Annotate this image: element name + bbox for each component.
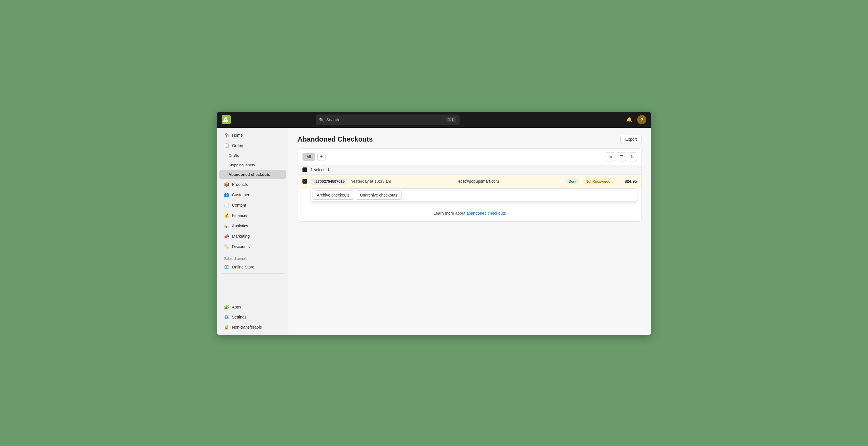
- checkout-id-link[interactable]: #27002754597015: [311, 178, 347, 185]
- sidebar-item-home[interactable]: 🏠 Home: [219, 130, 286, 140]
- search-shortcut: ⌘ K: [446, 117, 456, 122]
- topbar: 🔍 Search ⌘ K 🔔 P: [217, 112, 651, 128]
- table-card: All + ⊞ ☰ ⇅ 1 selected #2700275459: [298, 149, 642, 222]
- sidebar-item-shipping-labels[interactable]: Shipping labels: [219, 161, 286, 169]
- sidebar-item-label: Home: [232, 133, 243, 137]
- selected-count: 1 selected: [311, 167, 329, 172]
- context-menu: Archive checkouts Unarchive checkouts: [311, 188, 637, 202]
- sidebar-item-abandoned-checkouts[interactable]: Abandoned checkouts: [219, 170, 286, 179]
- online-store-icon: 🌐: [224, 264, 229, 269]
- learn-more-text: Learn more about: [433, 211, 466, 216]
- tab-all[interactable]: All: [303, 153, 315, 161]
- selected-banner: 1 selected: [298, 165, 642, 174]
- learn-more-section: Learn more about abandoned checkouts: [298, 205, 642, 221]
- sidebar-item-settings[interactable]: ⚙️ Settings: [219, 312, 286, 322]
- sales-channels-label: Sales channels: [217, 254, 288, 262]
- table-toolbar: All + ⊞ ☰ ⇅: [298, 149, 642, 165]
- lock-icon: 🔒: [224, 325, 229, 330]
- sidebar-item-marketing[interactable]: 📣 Marketing: [219, 231, 286, 241]
- sidebar-item-label: Products: [232, 182, 248, 187]
- apps-icon: 🧩: [224, 305, 229, 310]
- filter-button[interactable]: ☰: [617, 152, 626, 161]
- sidebar-item-products[interactable]: 📦 Products: [219, 180, 286, 189]
- sidebar-item-label: Analytics: [232, 224, 248, 228]
- sidebar-divider-2: [222, 273, 283, 274]
- sidebar-item-label: Drafts: [228, 153, 239, 158]
- row-email: ece@popupsmart.com: [459, 179, 562, 184]
- discounts-icon: 🏷️: [224, 244, 229, 249]
- page-header: Abandoned Checkouts Export: [298, 135, 642, 144]
- status-sent-badge: Sent: [566, 179, 579, 185]
- abandoned-checkouts-link[interactable]: abandoned checkouts: [467, 211, 506, 216]
- sidebar-item-label: Discounts: [232, 244, 250, 249]
- shopify-logo: [222, 115, 231, 124]
- sidebar-item-apps[interactable]: 🧩 Apps: [219, 302, 286, 312]
- sidebar-item-customers[interactable]: 👥 Customers: [219, 190, 286, 200]
- main-layout: 🏠 Home 📋 Orders Drafts Shipping labels A…: [217, 128, 651, 334]
- row-checkbox[interactable]: [303, 179, 307, 184]
- sidebar-item-label: Online Store: [232, 265, 254, 269]
- page-title: Abandoned Checkouts: [298, 135, 373, 143]
- analytics-icon: 📊: [224, 223, 229, 228]
- customers-icon: 👥: [224, 192, 229, 197]
- sidebar-item-orders[interactable]: 📋 Orders: [219, 141, 286, 151]
- products-icon: 📦: [224, 182, 229, 187]
- notification-bell-button[interactable]: 🔔: [624, 115, 634, 124]
- export-button[interactable]: Export: [620, 135, 642, 144]
- home-icon: 🏠: [224, 133, 229, 138]
- row-date: Yesterday at 10:33 am: [351, 179, 455, 184]
- sidebar: 🏠 Home 📋 Orders Drafts Shipping labels A…: [217, 128, 288, 334]
- grid-view-button[interactable]: ⊞: [606, 152, 615, 161]
- sidebar-item-analytics[interactable]: 📊 Analytics: [219, 221, 286, 231]
- sidebar-item-label: Apps: [232, 305, 241, 309]
- content-area: Abandoned Checkouts Export All + ⊞ ☰ ⇅: [288, 128, 651, 334]
- sidebar-item-label: Abandoned checkouts: [228, 172, 270, 177]
- sidebar-item-label: Non-transferable: [232, 325, 262, 329]
- orders-icon: 📋: [224, 143, 229, 148]
- sidebar-item-discounts[interactable]: 🏷️ Discounts: [219, 242, 286, 252]
- sidebar-item-label: Customers: [232, 192, 251, 197]
- unarchive-checkouts-button[interactable]: Unarchive checkouts: [356, 190, 402, 200]
- shopify-logo-icon: [222, 115, 231, 124]
- sidebar-item-label: Finances: [232, 213, 248, 218]
- sidebar-item-label: Marketing: [232, 234, 250, 238]
- sidebar-item-label: Shipping labels: [228, 163, 255, 167]
- content-icon: 📄: [224, 202, 229, 208]
- sidebar-item-label: Settings: [232, 315, 247, 319]
- sidebar-item-label: Content: [232, 203, 246, 208]
- search-placeholder: Search: [327, 118, 339, 122]
- sidebar-item-online-store[interactable]: 🌐 Online Store: [219, 262, 286, 272]
- sidebar-item-drafts[interactable]: Drafts: [219, 151, 286, 160]
- sidebar-item-finances[interactable]: 💰 Finances: [219, 211, 286, 220]
- avatar[interactable]: P: [637, 115, 646, 124]
- table-row: #27002754597015 Yesterday at 10:33 am ec…: [298, 174, 642, 188]
- search-bar[interactable]: 🔍 Search ⌘ K: [316, 115, 460, 125]
- sidebar-bottom: 🧩 Apps ⚙️ Settings 🔒 Non-transferable: [217, 302, 288, 332]
- sidebar-item-non-transferable[interactable]: 🔒 Non-transferable: [219, 322, 286, 332]
- search-icon: 🔍: [319, 118, 324, 122]
- sidebar-divider: [222, 253, 283, 253]
- sort-button[interactable]: ⇅: [628, 152, 637, 161]
- settings-icon: ⚙️: [224, 315, 229, 320]
- sidebar-item-content[interactable]: 📄 Content: [219, 200, 286, 210]
- table-toolbar-right: ⊞ ☰ ⇅: [606, 152, 637, 161]
- status-recovery-badge: Not Recovered: [583, 179, 613, 185]
- select-all-checkbox[interactable]: [303, 167, 307, 172]
- topbar-right: 🔔 P: [624, 115, 646, 124]
- row-amount: $24.95: [617, 179, 637, 184]
- sidebar-item-label: Orders: [232, 143, 244, 148]
- archive-checkouts-button[interactable]: Archive checkouts: [313, 190, 354, 200]
- add-filter-button[interactable]: +: [317, 153, 326, 161]
- marketing-icon: 📣: [224, 234, 229, 239]
- finances-icon: 💰: [224, 213, 229, 218]
